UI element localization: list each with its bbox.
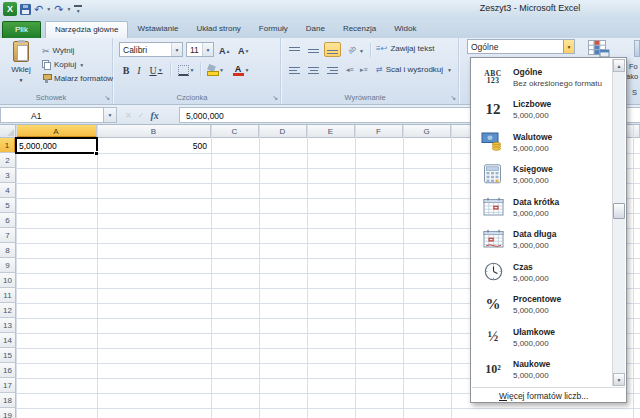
format-option-accounting[interactable]: Księgowe5,000,000 — [473, 159, 611, 191]
underline-button[interactable]: U▼ — [146, 62, 166, 78]
orientation-icon[interactable]: ab — [347, 44, 357, 54]
increase-font-button[interactable]: A▲ — [219, 43, 230, 59]
select-all-corner[interactable] — [0, 125, 16, 138]
undo-icon[interactable]: ↶ — [34, 4, 43, 15]
tab-plik[interactable]: Plik — [2, 21, 41, 38]
row-header-3[interactable]: 3 — [0, 168, 16, 183]
row-header-11[interactable]: 11 — [0, 288, 16, 303]
redo-icon[interactable]: ↷ — [54, 4, 63, 15]
column-header-C[interactable]: C — [211, 125, 259, 138]
cut-button[interactable]: ✂ Wytnij — [42, 44, 74, 57]
wrap-text-button[interactable]: ≡↩ Zawijaj tekst — [376, 44, 434, 53]
decrease-font-button[interactable]: A▼ — [238, 43, 249, 59]
column-header-B[interactable]: B — [97, 125, 211, 138]
column-header-F[interactable]: F — [355, 125, 403, 138]
save-icon[interactable] — [20, 4, 31, 15]
format-option-percentage[interactable]: %Procentowe5,000,000 — [473, 289, 611, 321]
title-bar: X ↶▼ ↷▼ ▼ Zeszyt3 - Microsoft Excel — [0, 0, 640, 20]
format-option-time[interactable]: Czas5,000,000 — [473, 256, 611, 288]
number-format-dropdown-menu: ABC 123OgólneBez określonego formatu12Li… — [470, 57, 627, 403]
font-name-dropdown-icon[interactable]: ▼ — [171, 43, 182, 56]
format-option-number[interactable]: 12Liczbowe5,000,000 — [473, 94, 611, 126]
fill-handle[interactable] — [94, 151, 98, 155]
dropdown-scrollbar[interactable]: ▲ ▼ — [612, 59, 625, 386]
row-header-7[interactable]: 7 — [0, 228, 16, 243]
bold-button[interactable]: B — [120, 62, 132, 78]
format-option-long-date[interactable]: Data długa5,000,000 — [473, 224, 611, 256]
font-size-combobox[interactable]: 11 ▼ — [186, 42, 214, 57]
tab-recenzja[interactable]: Recenzja — [334, 21, 385, 38]
row-header-1[interactable]: 1 — [0, 138, 16, 153]
row-header-6[interactable]: 6 — [0, 213, 16, 228]
align-right-icon[interactable] — [324, 62, 341, 77]
format-option-currency[interactable]: Walutowe5,000,000 — [473, 126, 611, 158]
font-name-combobox[interactable]: Calibri ▼ — [119, 42, 183, 57]
align-middle-icon[interactable] — [305, 42, 322, 57]
fill-color-button[interactable]: ▼ — [204, 62, 226, 78]
row-header-17[interactable]: 17 — [0, 378, 16, 393]
customize-quick-access-icon[interactable]: ▼ — [74, 5, 82, 14]
tab-formuly[interactable]: Formuły — [250, 21, 297, 38]
tab-widok[interactable]: Widok — [385, 21, 425, 38]
scrollbar-up-icon[interactable]: ▲ — [613, 59, 625, 72]
number-format-dropdown-icon[interactable]: ▼ — [563, 40, 574, 53]
column-header-E[interactable]: E — [307, 125, 355, 138]
font-dialog-launcher-icon[interactable]: ↘ — [272, 94, 278, 102]
tab-uklad-strony[interactable]: Układ strony — [187, 21, 249, 38]
align-center-icon[interactable] — [305, 62, 322, 77]
row-header-5[interactable]: 5 — [0, 198, 16, 213]
format-option-short-date[interactable]: Data krótka5,000,000 — [473, 191, 611, 223]
row-header-18[interactable]: 18 — [0, 393, 16, 408]
align-left-icon[interactable] — [286, 62, 303, 77]
format-option-scientific[interactable]: 10²Naukowe5,000,000 — [473, 354, 611, 386]
name-box-dropdown-icon[interactable]: ▼ — [104, 107, 117, 123]
format-as-table-icon-sliver[interactable] — [634, 40, 640, 57]
row-header-13[interactable]: 13 — [0, 318, 16, 333]
redo-dropdown-icon[interactable]: ▼ — [66, 6, 71, 12]
row-header-16[interactable]: 16 — [0, 363, 16, 378]
row-header-14[interactable]: 14 — [0, 333, 16, 348]
excel-logo-icon[interactable]: X — [3, 2, 17, 16]
row-header-4[interactable]: 4 — [0, 183, 16, 198]
format-option-fraction[interactable]: ½Ułamkowe5,000,000 — [473, 321, 611, 353]
font-color-button[interactable]: A▼ — [230, 62, 252, 78]
tab-wstawianie[interactable]: Wstawianie — [128, 21, 187, 38]
number-format-combobox[interactable]: Ogólne ▼ — [467, 39, 575, 54]
copy-icon — [42, 60, 51, 70]
row-header-8[interactable]: 8 — [0, 243, 16, 258]
font-size-dropdown-icon[interactable]: ▼ — [202, 43, 213, 56]
row-header-12[interactable]: 12 — [0, 303, 16, 318]
wrap-text-label: Zawijaj tekst — [390, 44, 434, 53]
format-painter-button[interactable]: Malarz formatów — [42, 72, 113, 85]
undo-dropdown-icon[interactable]: ▼ — [46, 6, 51, 12]
clipboard-dialog-launcher-icon[interactable]: ↘ — [104, 94, 110, 102]
copy-button[interactable]: Kopiuj ▼ — [42, 58, 84, 71]
row-header-9[interactable]: 9 — [0, 258, 16, 273]
row-headers: 12345678910111213141516171819 — [0, 138, 16, 418]
italic-button[interactable]: I — [134, 62, 144, 78]
cell-B1[interactable]: 500 — [99, 141, 207, 151]
tab-narzedzia-glowne[interactable]: Narzędzia główne — [45, 21, 129, 38]
scrollbar-thumb[interactable] — [613, 203, 625, 219]
column-header-G[interactable]: G — [403, 125, 451, 138]
row-header-2[interactable]: 2 — [0, 153, 16, 168]
column-header-D[interactable]: D — [259, 125, 307, 138]
row-header-15[interactable]: 15 — [0, 348, 16, 363]
accounting-format-icon — [473, 164, 513, 186]
insert-function-icon[interactable]: fx — [150, 110, 158, 121]
row-header-19[interactable]: 19 — [0, 408, 16, 418]
alignment-dialog-launcher-icon[interactable]: ↘ — [450, 94, 456, 102]
increase-indent-icon[interactable]: ▸≡ — [360, 66, 368, 74]
tab-dane[interactable]: Dane — [297, 21, 334, 38]
align-bottom-icon[interactable] — [324, 42, 341, 57]
name-box[interactable]: A1 — [0, 107, 104, 123]
align-top-icon[interactable] — [286, 42, 303, 57]
borders-button[interactable]: ▼ — [175, 62, 197, 78]
merge-center-button[interactable]: ⇄ Scal i wyśrodkuj ▼ — [376, 65, 452, 74]
row-header-10[interactable]: 10 — [0, 273, 16, 288]
scrollbar-down-icon[interactable]: ▼ — [613, 373, 625, 386]
format-option-general[interactable]: ABC 123OgólneBez określonego formatu — [473, 61, 611, 93]
decrease-indent-icon[interactable]: ◂≡ — [346, 66, 354, 74]
paste-button[interactable]: Wklej ▼ — [4, 41, 38, 93]
more-formats-item[interactable]: Więcej formatów liczb... — [471, 389, 626, 403]
